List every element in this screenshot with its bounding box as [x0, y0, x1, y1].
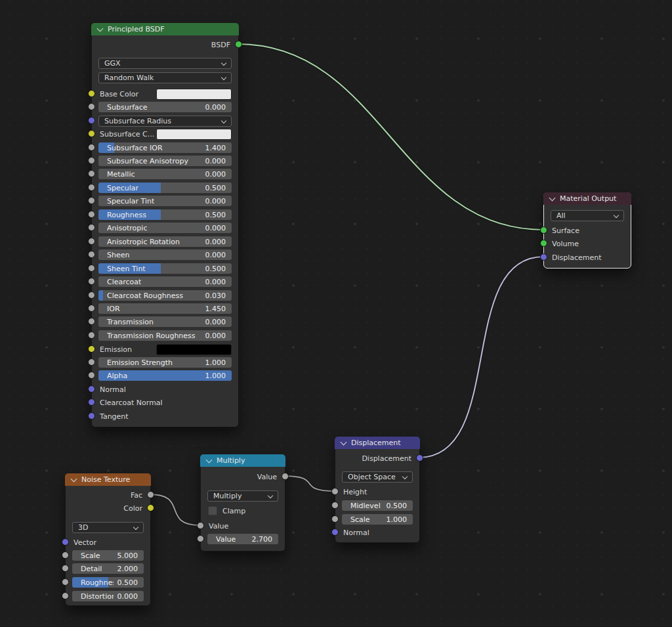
socket-displacement-height[interactable] [331, 488, 339, 495]
node-header-material-output[interactable]: Material Output [543, 192, 631, 205]
socket-material-output-surface[interactable] [540, 227, 547, 234]
slider-sheen[interactable]: Sheen0.000 [98, 249, 232, 260]
select-subsurface-radius[interactable]: Subsurface Radius [98, 116, 232, 127]
color-swatch-subsurface-c[interactable] [156, 129, 232, 140]
socket-principled-bsdf-transmission-roughness[interactable] [88, 332, 95, 339]
select-ggx[interactable]: GGX [98, 58, 232, 69]
node-displacement[interactable]: DisplacementDisplacementObject SpaceHeig… [335, 437, 420, 543]
slider-scale[interactable]: Scale1.000 [342, 514, 413, 525]
slider-label-subsurface-ior: Subsurface IOR [107, 144, 163, 152]
socket-noise-texture-fac[interactable] [147, 491, 154, 498]
slider-value-ior: 1.450 [205, 305, 226, 313]
socket-principled-bsdf-anisotropic[interactable] [88, 224, 95, 231]
socket-principled-bsdf-emission[interactable] [88, 345, 95, 353]
node-material-output[interactable]: Material OutputAllSurfaceVolumeDisplacem… [543, 192, 631, 269]
slider-anisotropic-rotation[interactable]: Anisotropic Rotation0.000 [98, 236, 232, 247]
socket-principled-bsdf-ior[interactable] [88, 305, 95, 312]
socket-principled-bsdf-roughness[interactable] [88, 211, 95, 218]
slider-detail[interactable]: Detail2.000 [72, 563, 144, 574]
socket-displacement-scale[interactable] [331, 515, 339, 523]
slider-specular-tint[interactable]: Specular Tint0.000 [98, 196, 232, 206]
color-swatch-base-color[interactable] [156, 89, 232, 100]
node-header-noise-texture[interactable]: Noise Texture [65, 473, 151, 486]
slider-alpha[interactable]: Alpha1.000 [98, 370, 232, 381]
socket-multiply-value_out[interactable] [282, 473, 289, 480]
socket-principled-bsdf-tangent[interactable] [88, 412, 95, 420]
slider-specular[interactable]: Specular0.500 [98, 183, 232, 193]
socket-principled-bsdf-emission-strength[interactable] [88, 358, 95, 366]
collapse-chevron-icon[interactable] [71, 475, 77, 482]
node-header-principled-bsdf[interactable]: Principled BSDF [91, 23, 239, 35]
slider-transmission-roughness[interactable]: Transmission Roughness0.000 [98, 330, 232, 341]
slider-value[interactable]: Value2.700 [207, 534, 278, 544]
socket-noise-texture-roughness[interactable] [62, 578, 69, 586]
slider-clearcoat[interactable]: Clearcoat0.000 [98, 276, 232, 287]
socket-multiply-value[interactable] [197, 535, 204, 542]
slider-roughness[interactable]: Roughness0.500 [98, 209, 232, 220]
node-header-multiply[interactable]: Multiply [200, 454, 285, 467]
slider-anisotropic[interactable]: Anisotropic0.000 [98, 223, 232, 233]
socket-principled-bsdf-specular-tint[interactable] [88, 197, 95, 204]
socket-principled-bsdf-clearcoat-roughness[interactable] [88, 292, 95, 299]
checkbox-clamp[interactable]: Clamp [207, 506, 278, 516]
node-multiply[interactable]: MultiplyValueMultiplyClampValueValue2.70… [200, 454, 285, 551]
node-editor-canvas[interactable]: Principled BSDFBSDFGGXRandom WalkBase Co… [0, 0, 672, 627]
socket-principled-bsdf-base-color[interactable] [88, 90, 95, 97]
socket-material-output-displacement_in[interactable] [540, 253, 547, 261]
socket-principled-bsdf-clearcoat-normal[interactable] [88, 399, 95, 406]
slider-distortion[interactable]: Distortion0.000 [72, 591, 144, 601]
socket-principled-bsdf-anisotropic-rotation[interactable] [88, 238, 95, 245]
socket-noise-texture-distortion[interactable] [62, 592, 69, 599]
select-all[interactable]: All [551, 210, 624, 221]
socket-material-output-volume[interactable] [540, 240, 547, 247]
slider-subsurface-ior[interactable]: Subsurface IOR1.400 [98, 142, 232, 153]
socket-principled-bsdf-specular[interactable] [88, 184, 95, 191]
slider-metallic[interactable]: Metallic0.000 [98, 169, 232, 179]
socket-principled-bsdf-subsurface[interactable] [88, 103, 95, 110]
select-multiply[interactable]: Multiply [207, 490, 278, 502]
slider-scale[interactable]: Scale5.000 [72, 550, 144, 561]
socket-principled-bsdf-metallic[interactable] [88, 170, 95, 177]
socket-principled-bsdf-bsdf[interactable] [235, 41, 242, 48]
socket-principled-bsdf-subsurface-radius[interactable] [88, 117, 95, 124]
slider-ior[interactable]: IOR1.450 [98, 303, 232, 314]
color-swatch-emission[interactable] [156, 344, 232, 355]
socket-principled-bsdf-sheen-tint[interactable] [88, 265, 95, 272]
socket-noise-texture-vector[interactable] [62, 538, 69, 546]
node-noise-texture[interactable]: Noise TextureFacColor3DVectorScale5.000D… [65, 473, 151, 606]
socket-principled-bsdf-sheen[interactable] [88, 251, 95, 258]
select-3d[interactable]: 3D [72, 522, 144, 533]
socket-noise-texture-color[interactable] [147, 504, 154, 511]
slider-roughness[interactable]: Roughness0.500 [72, 577, 144, 588]
socket-principled-bsdf-subsurface-ior[interactable] [88, 144, 95, 151]
slider-subsurface[interactable]: Subsurface0.000 [98, 102, 232, 112]
slider-emission-strength[interactable]: Emission Strength1.000 [98, 357, 232, 368]
slider-clearcoat-roughness[interactable]: Clearcoat Roughness0.030 [98, 290, 232, 301]
collapse-chevron-icon[interactable] [549, 194, 556, 201]
select-object-space[interactable]: Object Space [342, 471, 413, 483]
checkbox-box-clamp[interactable] [208, 506, 217, 515]
socket-principled-bsdf-subsurface-anisotropy[interactable] [88, 157, 95, 164]
socket-principled-bsdf-subsurface-c[interactable] [88, 130, 95, 137]
socket-noise-texture-scale[interactable] [62, 551, 69, 559]
collapse-chevron-icon[interactable] [97, 25, 104, 32]
chevron-down-icon [133, 524, 138, 529]
slider-sheen-tint[interactable]: Sheen Tint0.500 [98, 263, 232, 274]
socket-noise-texture-detail[interactable] [62, 565, 69, 572]
socket-principled-bsdf-normal[interactable] [88, 385, 95, 393]
slider-subsurface-anisotropy[interactable]: Subsurface Anisotropy0.000 [98, 156, 232, 166]
socket-displacement-displacement_out[interactable] [416, 454, 423, 462]
slider-transmission[interactable]: Transmission0.000 [98, 316, 232, 327]
collapse-chevron-icon[interactable] [341, 439, 347, 445]
socket-multiply-value_in[interactable] [197, 522, 204, 529]
select-random-walk[interactable]: Random Walk [98, 72, 232, 83]
collapse-chevron-icon[interactable] [206, 456, 213, 463]
node-principled-bsdf[interactable]: Principled BSDFBSDFGGXRandom WalkBase Co… [91, 23, 239, 427]
socket-principled-bsdf-clearcoat[interactable] [88, 278, 95, 285]
socket-principled-bsdf-alpha[interactable] [88, 372, 95, 379]
slider-midlevel[interactable]: Midlevel0.500 [342, 500, 413, 511]
socket-principled-bsdf-transmission[interactable] [88, 318, 95, 325]
socket-displacement-normal[interactable] [331, 529, 339, 536]
node-header-displacement[interactable]: Displacement [335, 437, 420, 449]
socket-displacement-midlevel[interactable] [331, 502, 339, 509]
